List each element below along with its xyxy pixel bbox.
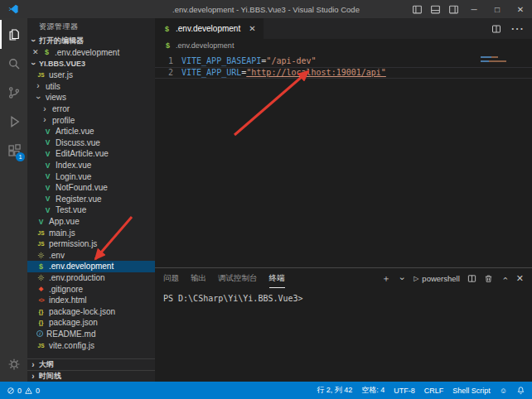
tree-folder-profile[interactable]: ›profile: [27, 114, 155, 126]
vue-icon: V: [43, 138, 52, 147]
tree-file-vite.config.js[interactable]: JSvite.config.js: [27, 339, 155, 351]
panel-header: 问题 输出 调试控制台 终端 ＋ › ▷ powershell: [155, 268, 532, 288]
line-number: 2: [155, 67, 173, 79]
chevron-right-icon: ›: [29, 361, 37, 369]
tree-file-EditArticle.vue[interactable]: VEditArticle.vue: [27, 148, 155, 160]
bottom-panel: 问题 输出 调试控制台 终端 ＋ › ▷ powershell: [155, 267, 532, 382]
sidebar-title: 资源管理器: [27, 18, 155, 35]
extensions-badge: 1: [16, 152, 25, 161]
tree-file-permission.js[interactable]: JSpermission.js: [27, 238, 155, 250]
warning-icon: [24, 387, 33, 395]
vue-icon: V: [43, 161, 52, 170]
tree-file-.env.development[interactable]: $.env.development: [27, 261, 155, 272]
chevron-down-icon: ›: [29, 36, 37, 45]
tree-file-Discuss.vue[interactable]: VDiscuss.vue: [27, 137, 155, 149]
settings-gear-icon[interactable]: [0, 349, 27, 378]
notifications-bell-icon[interactable]: [516, 386, 525, 395]
editor-tab[interactable]: $ .env.development ✕: [155, 18, 264, 39]
gear-icon: [36, 252, 46, 259]
code-line-2: 2VITE_APP_URL="http://localhost:19001/ap…: [155, 67, 532, 79]
terminal[interactable]: PS D:\CSharp\Yi\Yi.BBS.Vue3>: [155, 288, 532, 382]
tree-file-Article.vue[interactable]: VArticle.vue: [27, 126, 155, 137]
feedback-icon[interactable]: ☺: [500, 387, 507, 395]
tree-file-NotFound.vue[interactable]: VNotFound.vue: [27, 182, 155, 194]
tree-file-package.json[interactable]: {}package.json: [27, 317, 155, 329]
tree-file-Register.vue[interactable]: VRegister.vue: [27, 194, 155, 205]
tree-file-.env.production[interactable]: .env.production: [27, 272, 155, 284]
toggle-sidebar-icon[interactable]: [408, 0, 426, 18]
tree-file-user.js[interactable]: JSuser.js: [27, 70, 155, 81]
vscode-logo-icon: [7, 3, 19, 15]
language-mode[interactable]: Shell Script: [452, 387, 491, 395]
encoding[interactable]: UTF-8: [394, 387, 415, 395]
close-tab-icon[interactable]: ✕: [249, 24, 255, 33]
outline-section-header[interactable]: › 大纲: [27, 358, 155, 370]
minimap[interactable]: [479, 54, 520, 87]
problems-status[interactable]: 0 0: [7, 387, 40, 395]
maximize-panel-icon[interactable]: ›: [500, 274, 509, 282]
project-root-header[interactable]: › YI.BBS.VUE3: [27, 58, 155, 70]
toggle-panel-icon[interactable]: [426, 0, 444, 18]
tree-file-Login.vue[interactable]: VLogin.vue: [27, 171, 155, 182]
editor-tab-label: .env.development: [176, 24, 240, 33]
tree-item-label: package.json: [49, 318, 98, 327]
open-editor-label: .env.development: [55, 48, 119, 57]
source-control-icon[interactable]: [0, 78, 27, 107]
panel-tab-output[interactable]: 输出: [191, 268, 206, 288]
vue-icon: V: [36, 218, 46, 226]
chevron-right-icon: ›: [41, 105, 49, 113]
tree-item-label: App.vue: [49, 217, 80, 226]
maximize-button[interactable]: □: [486, 0, 509, 18]
tree-folder-utils[interactable]: ›utils: [27, 81, 155, 93]
tree-file-.env[interactable]: .env: [27, 250, 155, 262]
split-editor-icon[interactable]: [491, 24, 501, 34]
tree-file-Test.vue[interactable]: VTest.vue: [27, 204, 155, 216]
timeline-section-header[interactable]: › 时间线: [27, 370, 155, 382]
more-actions-icon[interactable]: ⋯: [510, 21, 524, 36]
close-button[interactable]: ✕: [509, 0, 532, 18]
extensions-icon[interactable]: 1: [0, 136, 27, 165]
toggle-secondary-sidebar-icon[interactable]: [444, 0, 462, 18]
search-icon[interactable]: [0, 49, 27, 78]
new-terminal-icon[interactable]: ＋: [381, 274, 390, 283]
terminal-prompt: PS D:\CSharp\Yi\Yi.BBS.Vue3>: [163, 294, 303, 303]
open-editor-item[interactable]: ✕ $ .env.development: [27, 46, 155, 58]
code-editor[interactable]: 1VITE_APP_BASEAPI="/api-dev" 2VITE_APP_U…: [155, 52, 532, 267]
close-panel-icon[interactable]: ✕: [516, 274, 524, 283]
panel-tab-debug-console[interactable]: 调试控制台: [218, 268, 258, 288]
file-tree: JSuser.js›utils›views›error›profileVArti…: [27, 70, 155, 351]
tree-file-App.vue[interactable]: VApp.vue: [27, 216, 155, 228]
tree-file-main.js[interactable]: JSmain.js: [27, 227, 155, 238]
indentation[interactable]: 空格: 4: [361, 385, 384, 396]
tree-file-index.html[interactable]: <>index.html: [27, 295, 155, 306]
tree-file-README.md[interactable]: iREADME.md: [27, 329, 155, 340]
tree-folder-error[interactable]: ›error: [27, 103, 155, 115]
eol-sequence[interactable]: CRLF: [424, 387, 444, 395]
activity-bar: 1: [0, 18, 27, 382]
shell-icon: $: [36, 262, 46, 271]
tree-item-label: user.js: [49, 70, 73, 79]
tree-file-package-lock.json[interactable]: {}package-lock.json: [27, 305, 155, 317]
terminal-profile-select[interactable]: ▷ powershell: [414, 274, 460, 283]
cursor-position[interactable]: 行 2, 列 42: [317, 385, 352, 396]
split-terminal-icon[interactable]: [467, 274, 476, 283]
run-debug-icon[interactable]: [0, 107, 27, 136]
minimize-button[interactable]: ─: [462, 0, 486, 18]
error-icon: [7, 387, 15, 395]
close-editor-icon[interactable]: ✕: [32, 48, 39, 56]
url-link[interactable]: "http://localhost:19001/api": [246, 67, 386, 79]
js-icon: JS: [36, 241, 46, 247]
tree-item-label: .env.production: [49, 273, 105, 282]
tree-file-.gitignore[interactable]: ◆.gitignore: [27, 283, 155, 295]
tree-item-label: profile: [52, 116, 75, 125]
breadcrumb[interactable]: $ .env.development: [155, 39, 532, 52]
tree-folder-views[interactable]: ›views: [27, 92, 155, 103]
tree-file-Index.vue[interactable]: VIndex.vue: [27, 160, 155, 171]
open-editors-header[interactable]: › 打开的编辑器: [27, 35, 155, 46]
panel-tab-terminal[interactable]: 终端: [269, 268, 285, 288]
tree-item-label: index.html: [49, 296, 87, 305]
panel-tab-problems[interactable]: 问题: [163, 268, 179, 288]
chevron-down-icon[interactable]: ›: [398, 274, 407, 282]
explorer-icon[interactable]: [0, 20, 27, 49]
kill-terminal-icon[interactable]: [484, 274, 493, 283]
